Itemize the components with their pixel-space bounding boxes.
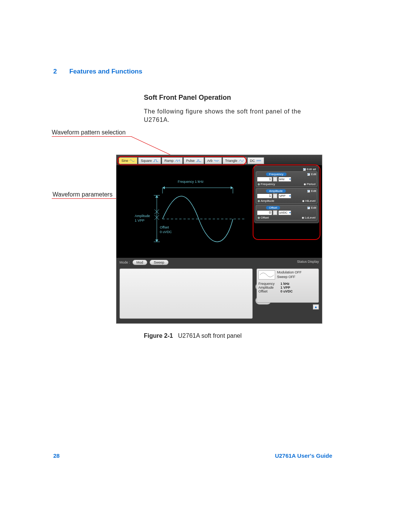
status-row-val: 1 VPP bbox=[280, 286, 290, 289]
callout-waveform-parameters: Waveform parameters bbox=[53, 191, 113, 198]
waveform-display: Frequency 1 kHz Amplitude 1 VPP Offset 0… bbox=[119, 166, 252, 257]
status-panel: Modulation OFF Sweep OFF Frequency1 kHz … bbox=[256, 268, 319, 303]
mode-bar: Mode : Mod Sweep bbox=[119, 260, 169, 265]
status-row-key: Amplitude bbox=[258, 286, 280, 289]
chapter-title: Features and Functions bbox=[69, 68, 142, 75]
status-display-label: Status Display bbox=[297, 260, 319, 264]
callout-line bbox=[131, 136, 173, 156]
waveform-btn-dc[interactable]: DC bbox=[247, 157, 264, 164]
figure-label: Figure 2-1 bbox=[144, 332, 173, 339]
collapse-button[interactable]: ▲ bbox=[313, 304, 319, 310]
chapter-number: 2 bbox=[53, 68, 57, 75]
callout-line bbox=[52, 136, 132, 137]
mod-button[interactable]: Mod bbox=[132, 260, 148, 265]
annotation-highlight-params bbox=[253, 165, 320, 240]
status-row-key: Offset bbox=[258, 289, 280, 293]
status-wave-icon bbox=[258, 270, 275, 280]
page-number: 28 bbox=[53, 452, 60, 459]
guide-label: U2761A User's Guide bbox=[275, 452, 332, 459]
sweep-button[interactable]: Sweep bbox=[150, 260, 169, 265]
status-row-val: 1 kHz bbox=[280, 282, 290, 286]
amp-label-1: Amplitude bbox=[135, 214, 150, 218]
dc-icon bbox=[256, 159, 261, 163]
annotation-highlight-toolbar bbox=[117, 156, 247, 165]
waveform-btn-label: DC bbox=[250, 159, 255, 163]
amp-label-2: 1 VPP bbox=[135, 219, 145, 222]
chapter-header: 2 Features and Functions bbox=[53, 68, 142, 75]
offset-label-1: Offset bbox=[160, 225, 169, 229]
offset-label-2: 0 uVDC bbox=[160, 230, 172, 234]
figure-caption: Figure 2-1 U2761A soft front panel bbox=[144, 332, 242, 339]
mode-label: Mode : bbox=[119, 260, 130, 264]
callout-waveform-selection: Waveform pattern selection bbox=[52, 129, 126, 136]
section-title: Soft Front Panel Operation bbox=[144, 94, 231, 102]
freq-label: Frequency 1 kHz bbox=[178, 180, 204, 184]
soft-front-panel-screenshot: Sine Square Ramp Pulse Arb Triangle DC bbox=[116, 155, 322, 324]
status-row-key: Frequency bbox=[258, 282, 280, 286]
mode-config-area bbox=[119, 268, 253, 319]
body-text: The following figure shows the soft fron… bbox=[144, 107, 323, 124]
status-row-val: 0 uVDC bbox=[280, 289, 293, 293]
figure-text: U2761A soft front panel bbox=[178, 332, 242, 339]
